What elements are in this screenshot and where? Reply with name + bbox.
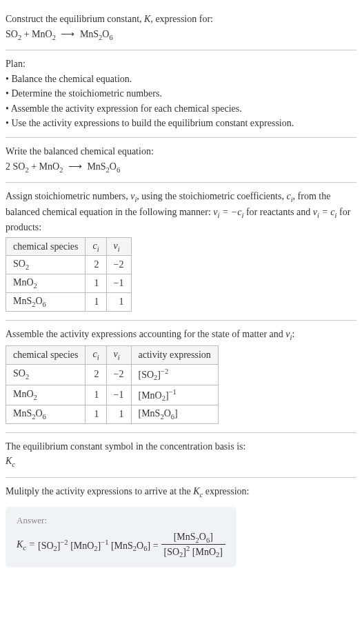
plan-bullet: • Balance the chemical equation. (6, 72, 356, 86)
species: 2 SO (6, 161, 25, 172)
cell-nui: 1 (106, 293, 131, 312)
plus: + (21, 29, 32, 39)
multiply-section: Mulitply the activity expressions to arr… (6, 478, 356, 578)
cell-species: MnO2 (6, 385, 86, 405)
col-ci: ci (86, 237, 106, 256)
col-species: chemical species (6, 346, 86, 365)
arrow: ⟶ (58, 29, 77, 39)
k-symbol: K (144, 14, 150, 24)
answer-label: Answer: (17, 515, 225, 526)
intro-line1: Construct the equilibrium constant, K, e… (6, 12, 356, 26)
kc-fraction: [MnS2O6] [SO2]2 [MnO2] (161, 532, 225, 559)
species: MnS (80, 29, 99, 39)
stoich-section: Assign stoichiometric numbers, νi, using… (6, 183, 356, 321)
nu-symbol: νi (130, 191, 137, 201)
col-nui: νi (106, 237, 131, 256)
kc-expression: Kc = [SO2]−2 [MnO2]−1 [MnS2O6] = [MnS2O6… (17, 532, 225, 559)
plan-bullet: • Determine the stoichiometric numbers. (6, 87, 356, 101)
balanced-title: Write the balanced chemical equation: (6, 145, 356, 159)
unbalanced-equation: SO2 + MnO2 ⟶ MnS2O6 (6, 28, 356, 43)
col-activity: activity expression (131, 346, 218, 365)
kc-symbol-section: The equilibrium constant symbol in the c… (6, 433, 356, 478)
sub: 2 (52, 33, 56, 41)
table-row: SO2 2 −2 [SO2]−2 (6, 365, 219, 385)
frac-numerator: [MnS2O6] (161, 532, 225, 545)
table-row: SO2 2 −2 (6, 256, 132, 274)
cell-nui: −1 (106, 274, 131, 293)
species: SO (6, 29, 18, 39)
plan-bullet: • Assemble the activity expression for e… (6, 102, 356, 116)
kc-symbol: Kc (6, 454, 356, 470)
kc-lhs: Kc = (17, 539, 35, 552)
activity-title: Assemble the activity expressions accoun… (6, 328, 356, 343)
sub: 2 (59, 165, 63, 173)
cell-nui: −1 (106, 385, 131, 405)
arrow: ⟶ (66, 161, 85, 172)
sub: 6 (109, 33, 112, 41)
cell-ci: 1 (86, 293, 106, 312)
c-symbol: ci (286, 191, 292, 201)
text: , using the stoichiometric coefficients, (137, 191, 286, 201)
cell-ci: 1 (86, 274, 106, 293)
table-row: chemical species ci νi activity expressi… (6, 346, 219, 365)
activity-section: Assemble the activity expressions accoun… (6, 321, 356, 433)
species: O (102, 29, 109, 39)
plan-section: Plan: • Balance the chemical equation. •… (6, 50, 356, 138)
stoich-title: Assign stoichiometric numbers, νi, using… (6, 190, 356, 234)
col-nui: νi (106, 346, 131, 365)
cell-ci: 1 (86, 405, 106, 424)
cell-ci: 2 (86, 365, 106, 385)
sub: 6 (117, 165, 120, 173)
cell-species: MnS2O6 (6, 405, 86, 424)
text: Assign stoichiometric numbers, (6, 191, 130, 201)
col-ci: ci (86, 346, 106, 365)
answer-box: Answer: Kc = [SO2]−2 [MnO2]−1 [MnS2O6] =… (6, 507, 237, 567)
balanced-equation: 2 SO2 + MnO2 ⟶ MnS2O6 (6, 160, 356, 175)
multiply-title: Mulitply the activity expressions to arr… (6, 485, 356, 500)
rel1: νi = −ci (213, 207, 243, 217)
cell-nui: −2 (106, 256, 131, 274)
plan-title: Plan: (6, 57, 356, 71)
cell-activity: [MnS2O6] (131, 405, 218, 424)
text: for reactants and (243, 207, 312, 217)
cell-activity: [SO2]−2 (131, 365, 218, 385)
cell-species: MnS2O6 (6, 293, 86, 312)
species: MnO (32, 29, 52, 39)
col-species: chemical species (6, 237, 86, 256)
text: , expression for: (150, 14, 213, 24)
cell-nui: 1 (106, 405, 131, 424)
species: MnS (87, 161, 105, 172)
table-row: MnO2 1 −1 (6, 274, 132, 293)
cell-species: MnO2 (6, 274, 86, 293)
kc-product: [SO2]−2 [MnO2]−1 [MnS2O6] = (38, 539, 159, 552)
plan-bullet: • Use the activity expressions to build … (6, 117, 356, 130)
table-row: chemical species ci νi (6, 237, 132, 256)
species: O (110, 161, 117, 172)
cell-activity: [MnO2]−1 (131, 385, 218, 405)
text: expression: (203, 486, 249, 496)
kc-symbol: Kc (193, 486, 203, 496)
table-row: MnS2O6 1 1 (6, 293, 132, 312)
cell-ci: 1 (86, 385, 106, 405)
cell-ci: 2 (86, 256, 106, 274)
species: + MnO (29, 161, 59, 172)
text: Assemble the activity expressions accoun… (6, 329, 285, 339)
text: Mulitply the activity expressions to arr… (6, 486, 193, 496)
text: : (292, 329, 294, 339)
text: Construct the equilibrium constant, (6, 14, 144, 24)
table-row: MnS2O6 1 1 [MnS2O6] (6, 405, 219, 424)
cell-species: SO2 (6, 256, 86, 274)
frac-denominator: [SO2]2 [MnO2] (161, 545, 225, 559)
stoich-table: chemical species ci νi SO2 2 −2 MnO2 1 −… (6, 237, 132, 312)
rel2: νi = ci (313, 207, 337, 217)
activity-table: chemical species ci νi activity expressi… (6, 345, 219, 424)
cell-species: SO2 (6, 365, 86, 385)
table-row: MnO2 1 −1 [MnO2]−1 (6, 385, 219, 405)
kc-title: The equilibrium constant symbol in the c… (6, 440, 356, 454)
balanced-section: Write the balanced chemical equation: 2 … (6, 138, 356, 183)
intro-section: Construct the equilibrium constant, K, e… (6, 6, 356, 50)
cell-nui: −2 (106, 365, 131, 385)
